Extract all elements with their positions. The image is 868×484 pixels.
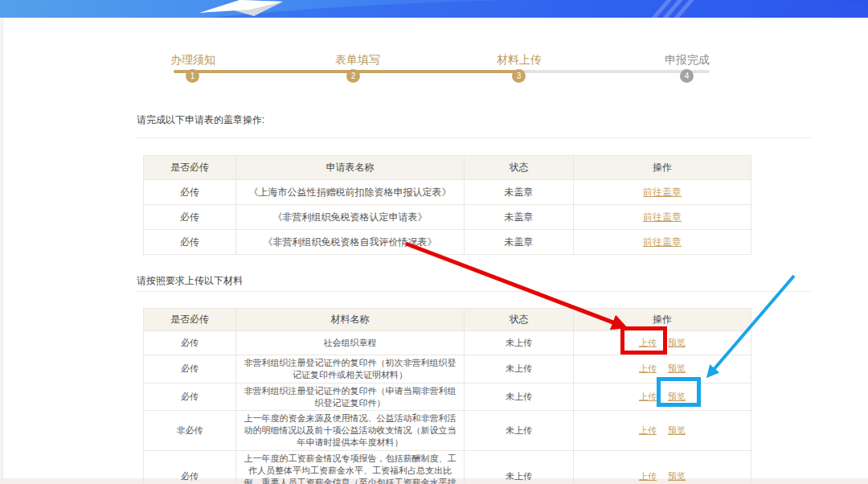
step-circle-1: 1 <box>186 69 199 83</box>
material-name: 上一年度的工资薪金情况专项报告，包括薪酬制度、工作人员整体平均工资薪金水平、工资… <box>236 450 465 484</box>
form-name: 《非营利组织免税资格认定申请表》 <box>236 205 465 230</box>
required-flag: 必传 <box>144 230 236 255</box>
upload-link[interactable]: 上传 <box>639 392 657 401</box>
status-badge: 未盖章 <box>465 180 574 205</box>
table-row: 必传 社会组织章程 未上传 上传预览 <box>144 331 751 355</box>
stamp-table-header: 是否必传 申请表名称 状态 操作 <box>144 156 751 180</box>
material-name: 上一年度的资金来源及使用情况、公益活动和非营利活动的明细情况以及前十项公益活动收… <box>236 411 465 451</box>
required-flag: 必传 <box>144 180 236 205</box>
form-name: 《非营利组织免税资格自我评价情况表》 <box>236 230 465 255</box>
material-name: 非营利组织注册登记证件的复印件（申请当期非营利组织登记证复印件） <box>236 383 465 411</box>
table-row: 必传 《非营利组织免税资格自我评价情况表》 未盖章 前往盖章 <box>144 230 751 255</box>
material-name: 非营利组织注册登记证件的复印件（初次非营利组织登记证复印件或相关证明材料） <box>236 355 465 384</box>
go-stamp-link[interactable]: 前往盖章 <box>643 187 682 198</box>
step-indicator: 办理须知 表单填写 材料上传 申报完成 1 2 3 4 <box>0 0 868 96</box>
material-name: 社会组织章程 <box>236 331 465 355</box>
column-header-form-name: 申请表名称 <box>236 156 465 180</box>
upload-table: 是否必传 材料名称 状态 操作 必传 社会组织章程 未上传 上传预览 必传 非营… <box>143 308 751 484</box>
go-stamp-link[interactable]: 前往盖章 <box>643 236 682 248</box>
step-label-3: 材料上传 <box>497 53 542 68</box>
required-flag: 非必传 <box>144 411 236 451</box>
divider <box>137 137 812 138</box>
preview-link[interactable]: 预览 <box>668 363 686 373</box>
status-badge: 未上传 <box>465 355 574 384</box>
upload-link[interactable]: 上传 <box>639 363 657 373</box>
form-name: 《上海市公益性捐赠税前扣除资格申报认定表》 <box>236 180 465 205</box>
status-badge: 未上传 <box>465 331 574 355</box>
step-label-1: 办理须知 <box>170 53 215 68</box>
preview-link[interactable]: 预览 <box>668 471 686 481</box>
required-flag: 必传 <box>144 205 236 230</box>
table-row: 必传 《上海市公益性捐赠税前扣除资格申报认定表》 未盖章 前往盖章 <box>144 180 751 205</box>
page: 办理须知 表单填写 材料上传 申报完成 1 2 3 4 请完成以下申请表的盖章操… <box>0 0 868 484</box>
status-badge: 未盖章 <box>465 230 574 255</box>
status-badge: 未上传 <box>465 411 574 451</box>
column-header-status: 状态 <box>465 309 574 331</box>
table-row: 必传 非营利组织注册登记证件的复印件（申请当期非营利组织登记证复印件） 未上传 … <box>144 383 751 411</box>
step-circle-3: 3 <box>512 69 526 83</box>
column-header-action: 操作 <box>574 309 751 331</box>
go-stamp-link[interactable]: 前往盖章 <box>643 211 682 223</box>
stamp-table: 是否必传 申请表名称 状态 操作 必传 《上海市公益性捐赠税前扣除资格申报认定表… <box>143 155 751 255</box>
table-row: 非必传 上一年度的资金来源及使用情况、公益活动和非营利活动的明细情况以及前十项公… <box>144 411 751 451</box>
step-label-2: 表单填写 <box>335 53 380 68</box>
table-row: 必传 非营利组织注册登记证件的复印件（初次非营利组织登记证复印件或相关证明材料）… <box>144 355 751 384</box>
upload-section-title: 请按照要求上传以下材料 <box>137 274 243 288</box>
preview-link[interactable]: 预览 <box>668 425 686 435</box>
column-header-action: 操作 <box>574 156 751 180</box>
preview-link[interactable]: 预览 <box>668 338 686 347</box>
column-header-required: 是否必传 <box>144 309 236 331</box>
status-badge: 未上传 <box>465 383 574 411</box>
required-flag: 必传 <box>144 450 236 484</box>
step-circle-4: 4 <box>680 69 694 83</box>
required-flag: 必传 <box>144 383 236 411</box>
stamp-section-title: 请完成以下申请表的盖章操作: <box>137 113 264 127</box>
upload-table-header: 是否必传 材料名称 状态 操作 <box>144 309 751 331</box>
table-row: 必传 上一年度的工资薪金情况专项报告，包括薪酬制度、工作人员整体平均工资薪金水平… <box>144 450 751 484</box>
column-header-required: 是否必传 <box>144 156 236 180</box>
column-header-status: 状态 <box>465 156 574 180</box>
required-flag: 必传 <box>144 355 236 384</box>
required-flag: 必传 <box>144 331 236 355</box>
step-progress-bar-done <box>174 70 518 73</box>
step-circle-2: 2 <box>346 69 360 83</box>
upload-link[interactable]: 上传 <box>639 471 657 481</box>
status-badge: 未上传 <box>465 450 574 484</box>
upload-link[interactable]: 上传 <box>639 425 657 435</box>
divider <box>137 291 812 292</box>
preview-link[interactable]: 预览 <box>668 392 686 401</box>
column-header-material-name: 材料名称 <box>236 309 465 331</box>
table-row: 必传 《非营利组织免税资格认定申请表》 未盖章 前往盖章 <box>144 205 751 230</box>
step-label-4: 申报完成 <box>665 53 710 68</box>
status-badge: 未盖章 <box>465 205 574 230</box>
upload-link[interactable]: 上传 <box>639 338 657 347</box>
